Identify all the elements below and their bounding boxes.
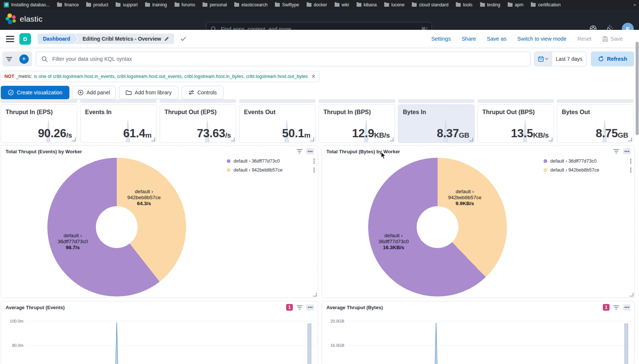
bookmark-label: testing (487, 2, 500, 7)
legend-item[interactable]: default › 942beb8b57ce (544, 166, 632, 175)
panel-resize-handle[interactable] (72, 138, 76, 141)
add-panel-button[interactable]: Add panel (72, 86, 116, 99)
legend-item[interactable]: default › 36dff77d73c0 (227, 157, 315, 166)
add-panel-label: Add panel (87, 90, 110, 95)
bookmarks-overflow-icon[interactable]: » (633, 0, 636, 9)
panel-resize-handle[interactable] (310, 138, 314, 141)
kql-query-input[interactable] (51, 56, 525, 62)
line-chart[interactable] (322, 314, 635, 364)
panel-resize-handle[interactable] (390, 138, 394, 141)
controls-button[interactable]: Controls (182, 86, 223, 99)
panel-resize-handle[interactable] (469, 138, 473, 141)
folder-icon (456, 3, 461, 7)
legend-kebab-icon[interactable] (313, 167, 315, 173)
bookmark-item[interactable]: d Installing databas... (4, 2, 50, 7)
filter-field: _metric: (16, 74, 32, 79)
panel-filter-icon[interactable] (297, 149, 303, 154)
panel-filter-icon[interactable] (613, 305, 619, 310)
bookmark-item[interactable]: lucene (384, 2, 404, 7)
add-filter-button[interactable]: + (19, 54, 29, 64)
time-range-picker[interactable]: Last 7 days (534, 51, 586, 66)
legend-kebab-icon[interactable] (313, 159, 315, 164)
panel-resize-handle[interactable] (549, 138, 552, 141)
metric-panel[interactable]: Thruput In (BPS) 12.9 KB/s (319, 104, 395, 143)
metric-value: 73.63 /s (197, 127, 231, 140)
metric-panel[interactable]: Thruput Out (BPS) 13.5 KB/s (477, 104, 554, 143)
reset-button[interactable]: Reset (577, 36, 592, 42)
bookmark-item[interactable]: kibana (357, 2, 377, 7)
metric-panel[interactable]: Bytes Out 8.75 GB (557, 104, 633, 143)
filter-pill[interactable]: NOT _metric: is one of cribl.logstream.h… (1, 71, 319, 82)
calendar-icon[interactable] (535, 52, 552, 66)
panel-resize-handle[interactable] (630, 293, 633, 296)
bookmark-item[interactable]: testing (480, 2, 500, 7)
save-button[interactable]: Save (602, 36, 623, 42)
panel-options-icon[interactable] (306, 304, 314, 311)
menu-icon[interactable] (6, 36, 14, 42)
space-avatar[interactable]: D (19, 33, 31, 45)
chart-legend: default › 36dff77d73c0 default › 942beb8… (544, 157, 632, 175)
filter-menu-icon[interactable] (6, 56, 12, 62)
bookmark-item[interactable]: elasticsearch (234, 2, 267, 7)
panel-filter-icon[interactable] (613, 149, 619, 154)
switch-to-view-mode-button[interactable]: Switch to view mode (517, 36, 567, 42)
bookmark-label: Installing databas... (11, 2, 50, 7)
legend-kebab-icon[interactable] (630, 159, 632, 164)
legend-item[interactable]: default › 942beb8b57ce (227, 166, 315, 175)
bookmark-item[interactable]: Swiftype (275, 2, 299, 7)
legend-kebab-icon[interactable] (630, 167, 632, 173)
bookmark-item[interactable]: certification (531, 2, 561, 7)
panel-resize-handle[interactable] (151, 138, 155, 141)
panel-filter-badge[interactable]: 1 (603, 304, 610, 311)
add-from-library-button[interactable]: Add from library (119, 86, 178, 99)
legend-item[interactable]: default › 36dff77d73c0 (544, 157, 632, 166)
metric-number: 13.5 (511, 127, 533, 140)
bookmark-label: kibana (364, 2, 377, 7)
create-visualization-button[interactable]: Create visualization (1, 86, 69, 99)
page-scrollbar-thumb[interactable] (636, 42, 639, 135)
panel-filter-badge[interactable]: 1 (286, 304, 293, 311)
bookmark-item[interactable]: wiki (335, 2, 349, 7)
save-as-button[interactable]: Save as (487, 36, 506, 42)
folder-icon (57, 3, 62, 7)
bookmark-item[interactable]: cloud standard (412, 2, 448, 7)
metric-panel[interactable]: Thruput Out (EPS) 73.63 /s (160, 104, 236, 143)
bookmark-label: forums (182, 2, 195, 7)
line-chart[interactable] (1, 314, 319, 364)
panel-options-icon[interactable] (306, 148, 314, 154)
bookmark-item[interactable]: tools (456, 2, 472, 7)
folder-icon (480, 3, 485, 7)
breadcrumb-dashboard[interactable]: Dashboard (38, 34, 78, 44)
metric-panel[interactable]: Thruput In (EPS) 90.26 /s (1, 104, 77, 143)
bookmark-item[interactable]: product (86, 2, 108, 7)
bookmark-item[interactable]: forums (175, 2, 195, 7)
metric-panel[interactable]: Bytes In 8.37 GB (398, 104, 474, 143)
metric-number: 12.9 (352, 127, 374, 140)
bookmark-label: lucene (391, 2, 404, 7)
panel-resize-handle[interactable] (231, 138, 235, 141)
bookmark-item[interactable]: finance (57, 2, 79, 7)
panel-resize-handle[interactable] (628, 138, 632, 141)
settings-button[interactable]: Settings (431, 36, 451, 42)
refresh-button[interactable]: Refresh (591, 51, 634, 66)
lens-icon (8, 90, 14, 95)
panel-options-icon[interactable] (623, 148, 631, 154)
panel-resize-handle[interactable] (313, 293, 317, 296)
time-range-value[interactable]: Last 7 days (552, 52, 586, 66)
bookmark-label: elasticsearch (241, 2, 267, 7)
share-button[interactable]: Share (461, 36, 476, 42)
bookmark-item[interactable]: apm (508, 2, 523, 7)
bookmark-item[interactable]: docker (307, 2, 327, 7)
breadcrumb-current[interactable]: Editing Cribl Metrics - Overview (75, 34, 174, 44)
bookmark-item[interactable]: personal (203, 2, 227, 7)
remove-filter-icon[interactable]: ✕ (311, 73, 316, 79)
bookmark-label: product (93, 2, 108, 7)
panel-filter-icon[interactable] (297, 305, 303, 310)
panel-options-icon[interactable] (623, 304, 631, 311)
bookmark-item[interactable]: support (116, 2, 138, 7)
legend-label: default › 36dff77d73c0 (234, 159, 310, 164)
elastic-brand[interactable]: elastic (5, 13, 43, 25)
bookmark-item[interactable]: training (145, 2, 167, 7)
metric-panel[interactable]: Events Out 50.1 m (239, 104, 316, 143)
metric-panel[interactable]: Events In 61.4 m (80, 104, 157, 143)
